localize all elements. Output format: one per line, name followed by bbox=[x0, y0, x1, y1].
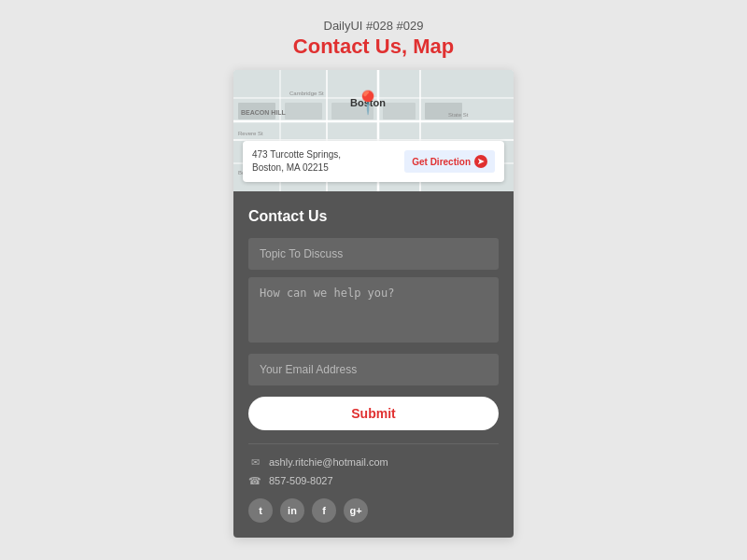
divider bbox=[248, 443, 499, 444]
contact-form-area: Contact Us Submit ✉ ashly.ritchie@hotmai… bbox=[233, 191, 514, 538]
svg-text:State St: State St bbox=[448, 112, 469, 118]
svg-text:Cambridge St: Cambridge St bbox=[289, 91, 324, 96]
get-direction-button[interactable]: Get Direction ➤ bbox=[404, 150, 495, 173]
main-card: Cambridge St Revere St BEACON HILL State… bbox=[233, 70, 514, 538]
phone-row: ☎ 857-509-8027 bbox=[248, 474, 499, 487]
phone-icon: ☎ bbox=[248, 474, 261, 487]
page-subtitle: DailyUI #028 #029 bbox=[293, 19, 454, 33]
contact-heading: Contact Us bbox=[248, 208, 499, 225]
email-input[interactable] bbox=[248, 354, 499, 385]
facebook-button[interactable]: f bbox=[312, 498, 336, 523]
contact-email: ashly.ritchie@hotmail.com bbox=[269, 456, 388, 468]
email-row: ✉ ashly.ritchie@hotmail.com bbox=[248, 455, 499, 469]
submit-button[interactable]: Submit bbox=[248, 397, 499, 430]
svg-rect-9 bbox=[285, 103, 322, 119]
address-line2: Boston, MA 02215 bbox=[252, 162, 329, 173]
svg-rect-11 bbox=[383, 103, 416, 119]
linkedin-button[interactable]: in bbox=[280, 498, 304, 523]
twitter-button[interactable]: t bbox=[248, 498, 273, 523]
address-overlay: 473 Turcotte Springs, Boston, MA 02215 G… bbox=[243, 141, 504, 182]
map-pin: 📍 bbox=[354, 90, 382, 116]
contact-phone: 857-509-8027 bbox=[269, 475, 333, 486]
topic-input[interactable] bbox=[248, 238, 499, 270]
address-text: 473 Turcotte Springs, Boston, MA 02215 bbox=[252, 148, 341, 175]
svg-text:BEACON HILL: BEACON HILL bbox=[241, 109, 287, 116]
address-line1: 473 Turcotte Springs, bbox=[252, 149, 341, 160]
message-textarea[interactable] bbox=[248, 277, 499, 343]
contact-info: ✉ ashly.ritchie@hotmail.com ☎ 857-509-80… bbox=[248, 455, 499, 487]
social-icons: t in f g+ bbox=[248, 498, 499, 523]
google-button[interactable]: g+ bbox=[344, 498, 368, 523]
svg-text:Revere St: Revere St bbox=[238, 131, 263, 136]
direction-arrow-icon: ➤ bbox=[474, 155, 487, 168]
page-header: DailyUI #028 #029 Contact Us, Map bbox=[293, 19, 454, 59]
email-icon: ✉ bbox=[248, 455, 261, 469]
map-container: Cambridge St Revere St BEACON HILL State… bbox=[233, 70, 514, 191]
page-title: Contact Us, Map bbox=[293, 35, 454, 59]
